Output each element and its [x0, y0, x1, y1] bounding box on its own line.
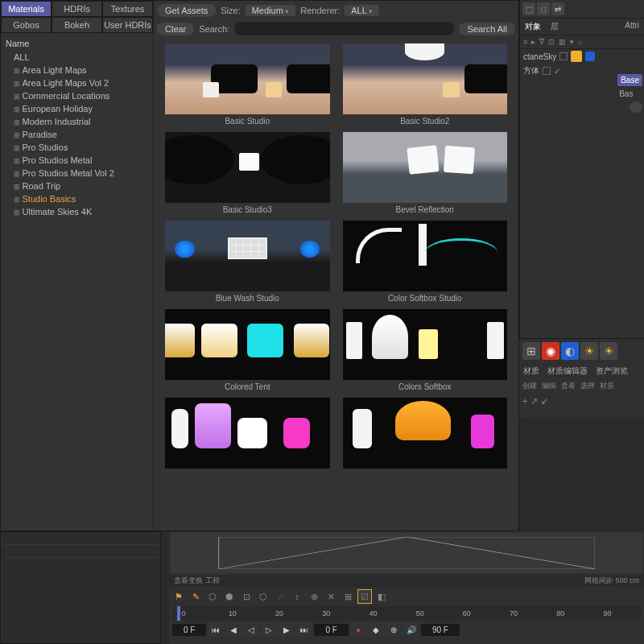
renderer-select[interactable]: ALL — [345, 5, 379, 16]
tab-gobos[interactable]: Gobos — [1, 17, 52, 33]
tab-hdris[interactable]: HDRIs — [52, 1, 102, 17]
play-icon[interactable]: ▸ — [530, 38, 537, 46]
cube-icon[interactable]: ⬡ — [205, 589, 220, 604]
panel-icon[interactable]: ⬚ — [522, 2, 535, 15]
asset-thumb[interactable] — [165, 398, 330, 471]
timeline-ruler[interactable]: 0 10 20 30 40 50 60 70 80 90 — [172, 606, 641, 621]
tree-item-all[interactable]: ALL — [1, 51, 153, 64]
step-fwd-button[interactable]: ▶ — [279, 622, 295, 637]
light-icon[interactable]: ☀ — [600, 342, 617, 360]
mat-menu[interactable]: 查看 — [561, 381, 576, 391]
tree-item[interactable]: Pro Studios Metal Vol 2 — [1, 167, 153, 180]
tree-item[interactable]: Pro Studios — [1, 141, 153, 154]
step-back-button[interactable]: ◀ — [225, 622, 242, 637]
play-button[interactable]: ▷ — [261, 622, 277, 637]
asset-thumb[interactable]: Basic Studio — [165, 43, 330, 126]
asset-thumb[interactable] — [343, 398, 508, 471]
mat-tab-browser[interactable]: 资产浏览 — [592, 363, 632, 379]
tag-icon[interactable] — [585, 52, 595, 61]
tree-item[interactable]: Pro Studios Metal — [1, 154, 153, 167]
script-icon[interactable]: ⟮⟯ — [537, 2, 550, 15]
asset-thumb[interactable]: Basic Studio2 — [343, 43, 508, 126]
tree-item[interactable]: Area Light Maps — [1, 64, 153, 76]
frame-start[interactable]: 0 F — [172, 624, 206, 636]
asset-thumb[interactable]: Colors Softbox — [343, 309, 508, 391]
tag-icon[interactable] — [571, 51, 582, 62]
attr-base-tab[interactable]: Base — [617, 74, 642, 86]
arrow-icon[interactable]: ↗ — [530, 396, 538, 407]
cube-icon[interactable]: ⬢ — [222, 589, 237, 604]
search-input[interactable] — [234, 22, 454, 35]
search-icon[interactable]: ⌕ — [576, 38, 584, 46]
object-row[interactable]: ctaneSky — [520, 49, 644, 64]
clear-button[interactable]: Clear — [157, 23, 194, 35]
key-button[interactable]: ◆ — [368, 622, 384, 637]
tool-icon[interactable]: ⟋ — [273, 589, 287, 604]
tab-layers[interactable]: 层 — [546, 19, 564, 35]
size-select[interactable]: Medium — [246, 5, 296, 16]
tab-objects[interactable]: 对象 — [520, 19, 546, 35]
timeline-viewport[interactable] — [171, 533, 642, 573]
tree-item[interactable]: Paradise — [1, 128, 153, 141]
cube-icon[interactable]: ⊡ — [239, 589, 254, 604]
contrast-icon[interactable]: ◐ — [561, 342, 579, 360]
play-back-button[interactable]: ◁ — [243, 622, 259, 637]
tab-textures[interactable]: Textures — [102, 1, 153, 17]
tool-icon[interactable]: ⊕ — [307, 589, 321, 604]
list-icon[interactable]: ▥ — [557, 38, 568, 46]
mat-tab-material[interactable]: 材质 — [519, 363, 543, 379]
mat-tab-editor[interactable]: 材质编辑器 — [543, 363, 592, 379]
asset-thumb[interactable]: Color Softbox Studio — [343, 221, 508, 303]
add-button[interactable]: + — [522, 396, 527, 407]
arrow-icon[interactable]: ↙ — [541, 396, 548, 407]
frame-end[interactable]: 90 F — [421, 624, 460, 636]
tab-materials[interactable]: Materials — [1, 1, 52, 17]
tree-item[interactable]: Modern Industrial — [1, 115, 153, 128]
key-button[interactable]: ⊕ — [386, 622, 402, 637]
asset-thumb[interactable]: Bevel Reflection — [343, 132, 508, 214]
tool-icon[interactable]: ✕ — [324, 589, 338, 604]
menu-icon[interactable]: ≡ — [522, 38, 529, 46]
marker-icon[interactable]: ⚑ — [171, 589, 186, 604]
record-button[interactable]: ● — [350, 622, 366, 637]
asset-thumb[interactable]: Blue Wash Studio — [165, 221, 330, 303]
asset-thumb[interactable]: Colored Tent — [165, 309, 330, 391]
mat-menu[interactable]: 编辑 — [542, 381, 556, 391]
tab-attributes[interactable]: Attri — [620, 19, 644, 35]
tab-bokeh[interactable]: Bokeh — [52, 17, 102, 33]
tool-icon[interactable]: ↕ — [290, 589, 304, 604]
tree-item[interactable]: Ultimate Skies 4K — [1, 205, 153, 218]
tool-icon[interactable]: ◧ — [374, 589, 389, 604]
mat-menu[interactable]: 材质 — [600, 381, 614, 391]
visibility-toggle[interactable] — [559, 52, 568, 60]
tree-item[interactable]: European Holiday — [1, 102, 153, 115]
playhead[interactable] — [177, 606, 180, 621]
attr-toggle[interactable] — [630, 101, 642, 113]
filter-icon[interactable]: ᐁ — [538, 38, 546, 46]
swap-icon[interactable]: ⇄ — [551, 2, 564, 15]
mat-menu[interactable]: 选择 — [580, 381, 595, 391]
tab-user-hdris[interactable]: User HDRIs — [102, 17, 153, 33]
checkbox-icon[interactable]: ☑ — [357, 589, 372, 604]
light-icon[interactable]: ☀ — [580, 342, 598, 360]
sound-button[interactable]: 🔊 — [403, 622, 419, 637]
tool-icon[interactable]: ⊞ — [341, 589, 355, 604]
camera-icon[interactable]: ◉ — [542, 342, 559, 360]
mat-menu[interactable]: 创建 — [522, 381, 537, 391]
search-all-button[interactable]: Search All — [459, 23, 515, 35]
tree-item[interactable]: Road Trip — [1, 180, 153, 192]
dropdown-icon[interactable]: ▾ — [568, 38, 576, 46]
cube-icon[interactable]: ⬡ — [256, 589, 270, 604]
goto-start-button[interactable]: ⏮ — [208, 622, 224, 637]
tree-item-studio-basics[interactable]: Studio Basics — [1, 192, 153, 205]
brush-icon[interactable]: ✎ — [188, 589, 203, 604]
tree-item[interactable]: Commercial Locations — [1, 89, 153, 102]
frame-current[interactable]: 0 F — [314, 624, 348, 636]
asset-thumb[interactable]: Basic Studio3 — [165, 132, 330, 214]
tree-item[interactable]: Area Light Maps Vol 2 — [1, 76, 153, 89]
layout-icon[interactable]: ⊞ — [522, 342, 540, 360]
view-icon[interactable]: ⊡ — [547, 38, 556, 46]
get-assets-button[interactable]: Get Assets — [157, 4, 216, 17]
goto-end-button[interactable]: ⏭ — [296, 622, 312, 637]
visibility-toggle[interactable] — [543, 67, 551, 75]
